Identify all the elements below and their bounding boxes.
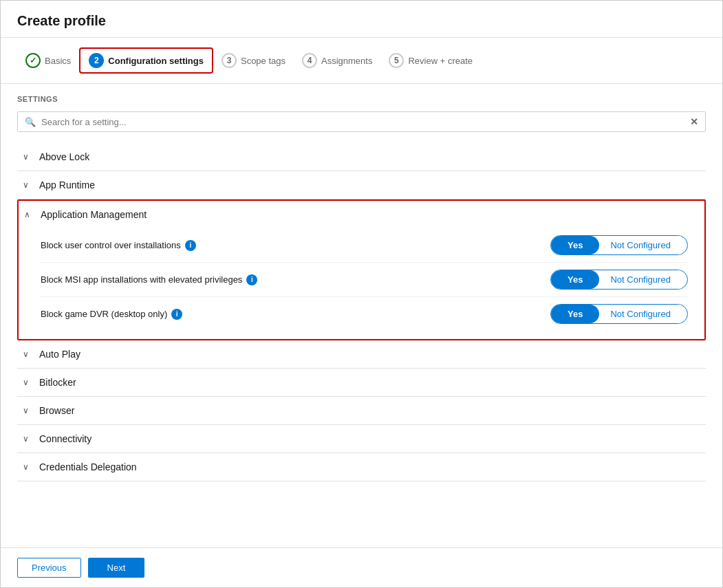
- toggle-block-game-dvr[interactable]: Yes Not Configured: [550, 304, 688, 324]
- toggle-yes-block-user-control[interactable]: Yes: [551, 236, 599, 254]
- footer: Previous Next: [1, 547, 722, 587]
- section-bitlocker-header[interactable]: ∨ Bitlocker: [17, 369, 706, 396]
- section-browser-label: Browser: [39, 405, 74, 416]
- setting-block-msi-app: Block MSI app installations with elevate…: [41, 263, 688, 297]
- setting-block-game-dvr: Block game DVR (desktop only) i Yes Not …: [41, 297, 688, 331]
- search-input[interactable]: [41, 117, 690, 127]
- step-scope-tags[interactable]: 3 Scope tags: [213, 49, 294, 72]
- section-application-management-header[interactable]: ∧ Application Management: [19, 201, 704, 228]
- section-bitlocker-label: Bitlocker: [39, 377, 76, 388]
- step-basics[interactable]: ✓ Basics: [17, 49, 79, 72]
- step-circle-scope-tags: 3: [222, 53, 237, 68]
- section-connectivity-label: Connectivity: [39, 433, 91, 444]
- section-browser-header[interactable]: ∨ Browser: [17, 397, 706, 424]
- section-connectivity: ∨ Connectivity: [17, 425, 706, 453]
- section-browser: ∨ Browser: [17, 397, 706, 425]
- info-icon-block-user-control[interactable]: i: [185, 240, 196, 251]
- setting-block-user-control: Block user control over installations i …: [41, 228, 688, 263]
- search-bar: 🔍 ✕: [17, 111, 706, 132]
- chevron-down-icon: ∨: [23, 180, 34, 190]
- next-button[interactable]: Next: [88, 558, 145, 578]
- step-label-basics: Basics: [45, 56, 71, 66]
- toggle-yes-block-game-dvr[interactable]: Yes: [551, 305, 599, 323]
- step-label-scope-tags: Scope tags: [241, 56, 285, 66]
- chevron-down-icon: ∨: [23, 349, 34, 359]
- chevron-down-icon: ∨: [23, 406, 34, 415]
- toggle-block-msi-app[interactable]: Yes Not Configured: [550, 270, 688, 290]
- step-label-review-create: Review + create: [408, 56, 473, 66]
- step-assignments[interactable]: 4 Assignments: [294, 49, 380, 72]
- section-application-management: ∧ Application Management Block user cont…: [17, 199, 706, 340]
- step-circle-review-create: 5: [389, 53, 404, 68]
- section-auto-play-header[interactable]: ∨ Auto Play: [17, 340, 706, 368]
- section-credentials-delegation-header[interactable]: ∨ Credentials Delegation: [17, 453, 706, 481]
- setting-block-game-dvr-name: Block game DVR (desktop only) i: [41, 309, 550, 320]
- wizard-steps: ✓ Basics 2 Configuration settings 3 Scop…: [1, 38, 722, 84]
- chevron-down-icon: ∨: [23, 434, 34, 444]
- step-label-assignments: Assignments: [321, 56, 372, 66]
- section-bitlocker: ∨ Bitlocker: [17, 369, 706, 397]
- section-connectivity-header[interactable]: ∨ Connectivity: [17, 425, 706, 453]
- toggle-yes-block-msi-app[interactable]: Yes: [551, 270, 599, 289]
- previous-button[interactable]: Previous: [17, 558, 81, 578]
- section-credentials-delegation-label: Credentials Delegation: [39, 461, 137, 472]
- section-app-runtime-header[interactable]: ∨ App Runtime: [17, 171, 706, 199]
- content-area: SETTINGS 🔍 ✕ ∨ Above Lock ∨ App Runtime …: [1, 84, 722, 547]
- chevron-down-icon: ∨: [23, 462, 34, 472]
- section-credentials-delegation: ∨ Credentials Delegation: [17, 453, 706, 481]
- step-configuration-settings[interactable]: 2 Configuration settings: [79, 47, 213, 74]
- section-app-runtime: ∨ App Runtime: [17, 171, 706, 199]
- page-wrapper: Create profile ✓ Basics 2 Configuration …: [0, 0, 723, 588]
- section-above-lock-header[interactable]: ∨ Above Lock: [17, 143, 706, 171]
- section-auto-play-label: Auto Play: [39, 349, 80, 360]
- chevron-down-icon: ∨: [23, 378, 34, 387]
- step-review-create[interactable]: 5 Review + create: [380, 49, 481, 72]
- setting-block-user-control-name: Block user control over installations i: [41, 240, 550, 251]
- step-label-configuration: Configuration settings: [108, 56, 204, 66]
- toggle-block-user-control[interactable]: Yes Not Configured: [550, 235, 688, 255]
- toggle-not-configured-block-msi-app[interactable]: Not Configured: [599, 270, 681, 289]
- page-header: Create profile: [1, 1, 722, 38]
- chevron-up-icon: ∧: [24, 210, 35, 219]
- section-application-management-label: Application Management: [41, 209, 147, 220]
- section-above-lock-label: Above Lock: [39, 151, 89, 162]
- search-clear-icon[interactable]: ✕: [690, 116, 698, 127]
- step-circle-basics: ✓: [25, 53, 41, 68]
- settings-section-label: SETTINGS: [17, 95, 706, 103]
- search-icon: 🔍: [25, 117, 36, 127]
- step-circle-configuration: 2: [89, 53, 104, 68]
- toggle-not-configured-block-game-dvr[interactable]: Not Configured: [599, 305, 681, 323]
- step-circle-assignments: 4: [302, 53, 317, 68]
- toggle-not-configured-block-user-control[interactable]: Not Configured: [599, 236, 681, 254]
- setting-block-msi-app-name: Block MSI app installations with elevate…: [41, 274, 550, 285]
- info-icon-block-msi-app[interactable]: i: [246, 274, 257, 285]
- app-management-settings: Block user control over installations i …: [19, 228, 704, 339]
- page-title: Create profile: [17, 13, 106, 28]
- section-above-lock: ∨ Above Lock: [17, 143, 706, 171]
- section-app-runtime-label: App Runtime: [39, 179, 95, 190]
- section-auto-play: ∨ Auto Play: [17, 340, 706, 369]
- chevron-down-icon: ∨: [23, 152, 34, 162]
- info-icon-block-game-dvr[interactable]: i: [171, 309, 182, 320]
